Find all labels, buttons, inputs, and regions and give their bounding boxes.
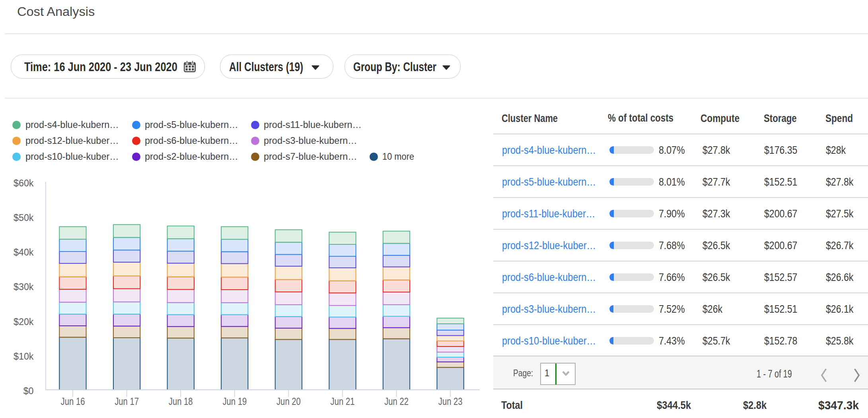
svg-text:Jun 23: Jun 23 [438,396,463,407]
svg-text:$10k: $10k [14,350,33,362]
svg-text:Jun 20: Jun 20 [276,396,301,407]
svg-text:Jun 21: Jun 21 [331,396,355,407]
svg-text:Jun 16: Jun 16 [61,396,85,407]
svg-text:$0: $0 [23,385,34,396]
svg-text:Jun 17: Jun 17 [115,396,139,407]
svg-text:Jun 22: Jun 22 [384,396,409,407]
svg-text:$20k: $20k [14,316,33,327]
svg-text:$50k: $50k [14,212,33,223]
svg-text:Jun 18: Jun 18 [169,396,193,407]
svg-text:$60k: $60k [14,177,33,188]
svg-text:$30k: $30k [14,281,33,292]
svg-text:$40k: $40k [14,247,33,258]
svg-text:Jun 19: Jun 19 [222,396,247,407]
